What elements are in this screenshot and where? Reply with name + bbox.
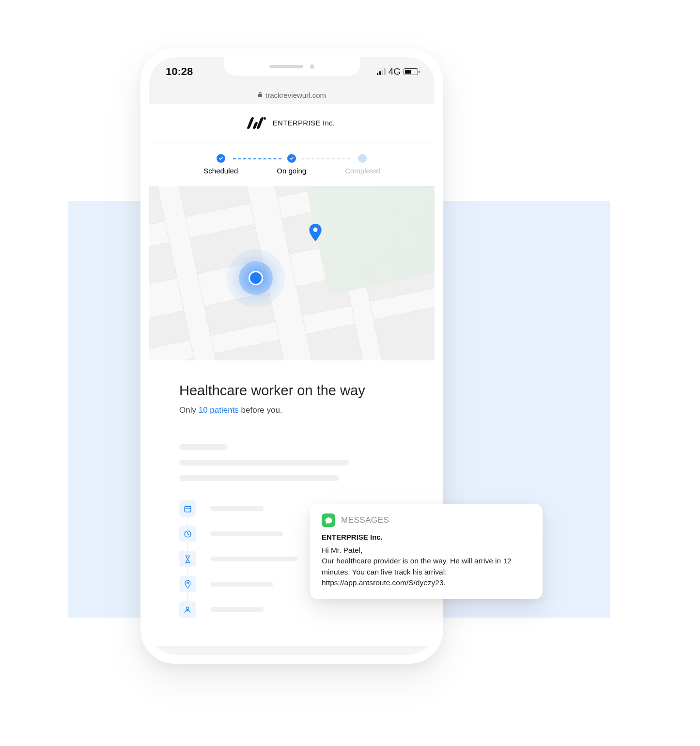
step-label: Completed bbox=[345, 167, 380, 175]
lock-icon bbox=[258, 92, 263, 99]
url-text: trackreviewurl.com bbox=[265, 91, 326, 99]
step-label: Scheduled bbox=[203, 167, 238, 175]
step-dot-done bbox=[287, 154, 296, 163]
page-title: Healthcare worker on the way bbox=[179, 383, 404, 399]
detail-placeholder bbox=[210, 582, 273, 587]
step-dot-done bbox=[217, 154, 225, 163]
destination-pin-icon bbox=[309, 224, 322, 241]
map-background bbox=[149, 186, 435, 360]
svg-point-1 bbox=[313, 228, 317, 232]
step-connector bbox=[233, 158, 281, 159]
detail-placeholder bbox=[210, 607, 264, 612]
step-label: On going bbox=[277, 167, 306, 175]
step-ongoing: On going bbox=[277, 154, 306, 175]
queue-position-text: Only 10 patients before you. bbox=[179, 405, 404, 415]
detail-placeholder bbox=[210, 506, 264, 511]
person-icon bbox=[179, 601, 196, 618]
phone-notch bbox=[224, 57, 360, 76]
company-header: ENTERPRISE Inc. bbox=[149, 104, 435, 142]
svg-rect-0 bbox=[258, 94, 262, 97]
detail-row bbox=[179, 601, 404, 618]
loading-skeleton-block bbox=[179, 444, 404, 481]
hourglass-icon bbox=[179, 551, 196, 567]
step-connector bbox=[301, 158, 350, 159]
notification-sender: ENTERPRISE Inc. bbox=[322, 533, 531, 541]
step-dot-future bbox=[358, 154, 367, 163]
message-notification[interactable]: MESSAGES ENTERPRISE Inc. Hi Mr. Patel,Ou… bbox=[310, 504, 543, 599]
notification-app-name: MESSAGES bbox=[341, 515, 389, 525]
progress-tracker: Scheduled On going Completed bbox=[149, 142, 435, 186]
signal-icon bbox=[377, 68, 386, 75]
network-type: 4G bbox=[389, 66, 401, 77]
messages-app-icon bbox=[322, 513, 335, 527]
notification-body: Hi Mr. Patel,Our healthcare provider is … bbox=[322, 545, 531, 589]
patient-count: 10 patients bbox=[199, 405, 239, 415]
battery-icon bbox=[404, 68, 418, 75]
company-name: ENTERPRISE Inc. bbox=[273, 119, 335, 127]
current-location-marker bbox=[227, 249, 285, 307]
front-camera bbox=[310, 64, 314, 69]
svg-point-5 bbox=[186, 607, 188, 609]
tracking-map[interactable] bbox=[149, 186, 435, 360]
svg-point-4 bbox=[187, 582, 188, 584]
pin-icon bbox=[179, 576, 196, 592]
status-time: 10:28 bbox=[166, 65, 193, 78]
calendar-icon bbox=[179, 500, 196, 517]
speaker-grille bbox=[269, 65, 303, 68]
step-completed: Completed bbox=[345, 154, 380, 175]
browser-url-bar[interactable]: trackreviewurl.com bbox=[149, 86, 435, 104]
company-logo-icon bbox=[249, 117, 266, 129]
step-scheduled: Scheduled bbox=[203, 154, 238, 175]
detail-placeholder bbox=[210, 531, 283, 536]
status-card: Healthcare worker on the way Only 10 pat… bbox=[149, 360, 435, 646]
detail-placeholder bbox=[210, 557, 297, 561]
svg-rect-2 bbox=[185, 506, 191, 512]
clock-icon bbox=[179, 526, 196, 542]
